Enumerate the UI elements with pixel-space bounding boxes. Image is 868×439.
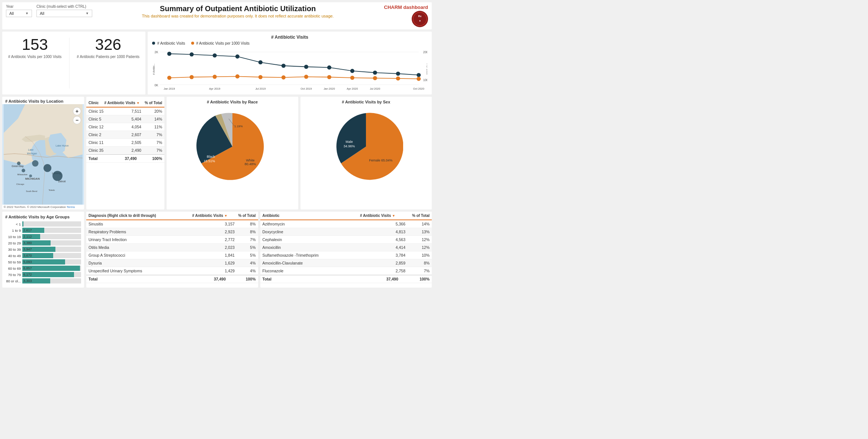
chart-legend: # Antibiotic Visits # Antibiotic Visits …: [152, 41, 427, 45]
diag-total-pct: 100%: [228, 275, 258, 283]
visits-kpi: 153 # Antibiotic Visits per 1000 Visits: [8, 36, 62, 90]
age-bar-row: < 1: [5, 221, 81, 227]
antibiotic-visits-sort-icon[interactable]: ▼: [392, 214, 395, 218]
clinic-name: Clinic 12: [86, 123, 119, 131]
clinic-name: Clinic 2: [86, 131, 119, 139]
antibiotic-table-row: Azithromycin5,36614%: [260, 220, 432, 228]
svg-point-58: [17, 161, 21, 165]
diagnosis-table-row: Sinusitis3,1578%: [86, 220, 258, 228]
clinic-table-row: Clinic 157,51120%: [86, 108, 164, 115]
age-bar-row: 10 to 19 2,112: [5, 234, 81, 239]
age-bar-value: 3,670: [23, 254, 32, 257]
diag-name: Dysuria: [86, 259, 207, 267]
age-bar-row: 50 to 59 5,093: [5, 259, 81, 265]
age-bar-label: 60 to 69: [5, 266, 21, 270]
diag-visits-sort-icon[interactable]: ▼: [224, 214, 228, 218]
visits-sort-icon[interactable]: ▼: [136, 101, 140, 105]
diag-visits: 2,023: [207, 244, 237, 251]
clinic-table-row: Clinic 22,6077%: [86, 131, 164, 139]
svg-point-0: [413, 12, 427, 26]
clinic-table-scroll[interactable]: Clinic 157,51120%Clinic 55,40414%Clinic …: [86, 108, 164, 154]
legend-dark-dot: [152, 42, 155, 45]
svg-text:1.19%: 1.19%: [234, 125, 243, 128]
race-panel: # Antibiotic Visits by Race White 80.48%…: [167, 97, 298, 209]
antibiotic-total-row: Total 37,490 100%: [260, 275, 432, 283]
svg-point-18: [373, 71, 377, 75]
zoom-out-button[interactable]: −: [73, 116, 81, 124]
svg-point-15: [304, 65, 308, 69]
age-bar-label: 40 to 49: [5, 254, 21, 258]
diagnosis-table-scroll[interactable]: Sinusitis3,1578%Respiratory Problems2,92…: [86, 220, 258, 275]
antibiotic-name: Azithromycin: [260, 220, 380, 228]
clinic-visits: 2,607: [119, 131, 144, 139]
svg-text:Lake: Lake: [28, 148, 34, 151]
visits-col-header: # Antibiotic Visits ▼: [101, 99, 142, 107]
antibiotic-name: Amoxicillin-Clavulanate: [260, 259, 380, 267]
line-chart-area: 2K 0K # Antibi... 200 100 Per 1000: [152, 47, 427, 92]
clinic-filter-select[interactable]: All ▼: [36, 10, 92, 17]
clinic-name: Clinic 11: [86, 139, 119, 147]
svg-point-19: [396, 71, 400, 76]
map-area[interactable]: Green Bay Milwaukee Lansing Detroit Chic…: [2, 104, 84, 205]
age-bar-label: 20 to 29: [5, 241, 21, 245]
patients-kpi-number: 326: [95, 36, 121, 53]
year-filter-select[interactable]: All ▼: [6, 10, 32, 17]
svg-point-11: [213, 54, 217, 58]
antibiotic-name: Amoxicillin: [260, 244, 380, 251]
diag-visits: 2,923: [207, 228, 237, 236]
year-filter-value: All: [9, 11, 14, 16]
antibiotic-table-row: Amoxicillin-Clavulanate2,8598%: [260, 259, 432, 267]
age-bar-label: 30 to 39: [5, 247, 21, 251]
age-bar-value: 2,617: [23, 228, 32, 232]
clinic-visits: 7,511: [119, 108, 144, 115]
antibiotic-visits: 4,563: [380, 236, 408, 244]
diag-name: Urinary Tract Infection: [86, 236, 207, 244]
age-bar-value: 6,172: [23, 273, 32, 276]
age-chart-title: # Antibiotic Visits by Age Groups: [5, 215, 81, 219]
svg-text:Oct 2020: Oct 2020: [413, 87, 424, 90]
svg-text:Chicago: Chicago: [16, 183, 24, 185]
clinic-name: Clinic 5: [86, 115, 119, 123]
clinic-table-row: Clinic 55,40414%: [86, 115, 164, 123]
map-panel: # Antibiotic Visits by Location: [2, 97, 84, 209]
clinic-pct: 7%: [144, 147, 164, 154]
antibiotic-table-scroll[interactable]: Azithromycin5,36614%Doxycycline4,81313%C…: [260, 220, 432, 275]
clinic-table-row: Clinic 112,5057%: [86, 139, 164, 147]
svg-point-24: [235, 74, 239, 78]
sex-pie-svg: Female 65.04% Male 34.96%: [329, 109, 403, 184]
age-bar-value: 3,380: [23, 241, 32, 245]
clinic-table-row: Clinic 352,4907%: [86, 147, 164, 154]
age-bar-track: 3,670: [22, 253, 81, 258]
clinic-table-panel: Clinic # Antibiotic Visits ▼ % of Total …: [86, 97, 164, 209]
pct-col-header: % of Total: [142, 99, 164, 107]
y-left-label: # Antibi...: [152, 64, 155, 75]
svg-point-60: [44, 164, 51, 172]
sex-pie-container: Female 65.04% Male 34.96%: [303, 106, 429, 188]
charm-label: CHARM dashboard: [384, 4, 428, 10]
line-chart-panel: # Antibiotic Visits # Antibiotic Visits …: [148, 32, 432, 94]
clinic-visits: 4,054: [119, 123, 144, 131]
map-terms-link[interactable]: Terms: [67, 205, 75, 209]
antibiotic-visits: 3,784: [380, 251, 408, 259]
svg-point-9: [167, 52, 171, 56]
age-bar-track: 3,380: [22, 240, 81, 246]
map-copyright: © 2022 TomTom. © 2022 Microsoft Corporat…: [2, 205, 84, 209]
age-bar-value: 6,857: [23, 266, 32, 270]
svg-text:White: White: [246, 158, 254, 162]
diag-visits-col-header: # Antibiotic Visits ▼: [179, 212, 229, 220]
logo-icon: Rx ✚: [412, 11, 428, 27]
sex-chart-title: # Antibiotic Visits by Sex: [303, 100, 429, 104]
svg-text:Jan 2020: Jan 2020: [324, 87, 335, 90]
age-bar-label: 50 to 59: [5, 260, 21, 264]
diagnosis-table-row: Group A Streptococci1,8415%: [86, 251, 258, 259]
line-chart-title: # Antibiotic Visits: [152, 35, 427, 40]
zoom-in-button[interactable]: +: [73, 107, 81, 115]
svg-text:100: 100: [423, 78, 427, 82]
legend-orange: # Antibiotic Visits per 1000 Visits: [191, 41, 250, 45]
svg-text:Oct 2019: Oct 2019: [300, 87, 312, 90]
antibiotic-name: Fluconazole: [260, 267, 380, 275]
patients-kpi-label: # Antibiotic Patients per 1000 Patients: [77, 55, 139, 59]
antibiotic-pct: 12%: [408, 244, 432, 251]
diag-pct: 8%: [237, 220, 258, 228]
svg-point-61: [52, 171, 62, 181]
